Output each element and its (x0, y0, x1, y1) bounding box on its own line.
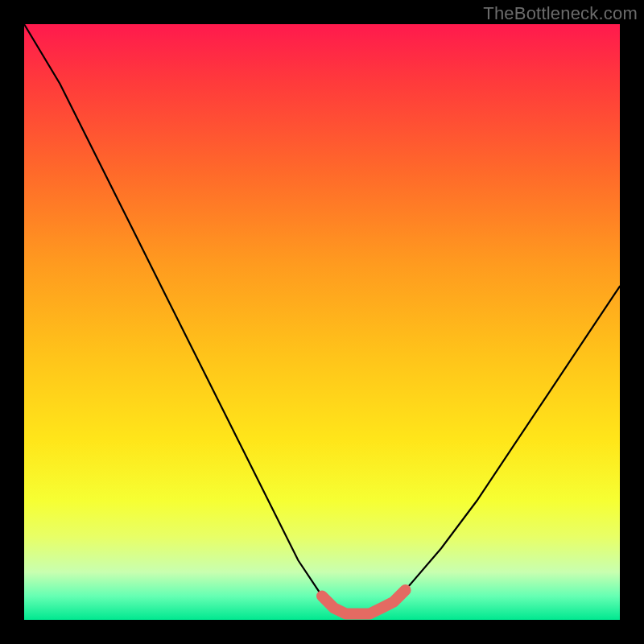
curve-svg (24, 24, 620, 620)
bottleneck-floor (322, 590, 406, 614)
chart-frame: TheBottleneck.com (0, 0, 644, 644)
bottleneck-curve (24, 24, 620, 614)
plot-area (24, 24, 620, 620)
watermark-text: TheBottleneck.com (483, 3, 638, 24)
